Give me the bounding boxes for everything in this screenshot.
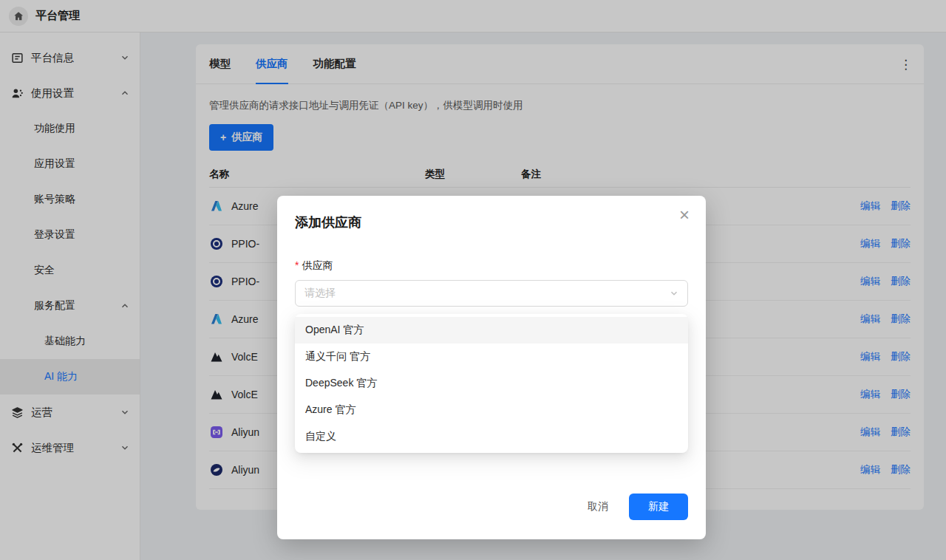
provider-field-label: *供应商 xyxy=(295,259,688,273)
modal-title: 添加供应商 xyxy=(295,214,688,231)
dropdown-option[interactable]: Azure 官方 xyxy=(295,397,688,423)
select-placeholder: 请选择 xyxy=(304,287,336,300)
provider-dropdown: OpenAI 官方 通义千问 官方 DeepSeek 官方 Azure 官方 自… xyxy=(295,314,688,453)
add-provider-modal: 添加供应商 × *供应商 请选择 OpenAI 官方 通义千问 官方 DeepS… xyxy=(277,196,706,539)
create-button[interactable]: 新建 xyxy=(629,494,688,520)
modal-footer: 取消 新建 xyxy=(577,494,688,520)
dropdown-option[interactable]: 自定义 xyxy=(295,423,688,450)
dropdown-option[interactable]: DeepSeek 官方 xyxy=(295,370,688,397)
dropdown-option[interactable]: OpenAI 官方 xyxy=(295,317,688,344)
cancel-button[interactable]: 取消 xyxy=(577,494,619,519)
chevron-down-icon xyxy=(670,289,678,298)
app-root: 平台管理 平台信息 使用设置 功能使用 应用设置 xyxy=(0,0,946,560)
provider-select[interactable]: 请选择 xyxy=(295,280,688,307)
close-icon[interactable]: × xyxy=(679,206,690,224)
required-asterisk: * xyxy=(295,259,299,271)
dropdown-option[interactable]: 通义千问 官方 xyxy=(295,344,688,370)
